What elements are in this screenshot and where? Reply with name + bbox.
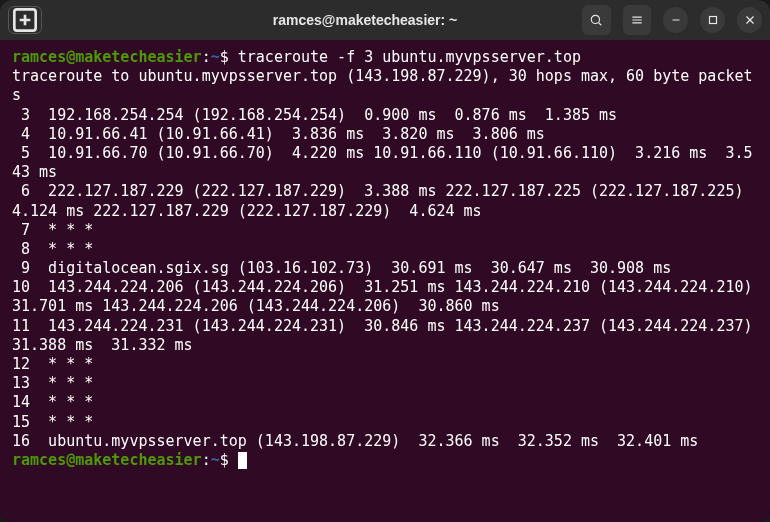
terminal-window: ramces@maketecheasier: ~	[0, 0, 770, 522]
new-tab-button[interactable]	[8, 6, 42, 34]
prompt-user-host: ramces@maketecheasier	[12, 48, 202, 66]
prompt-symbol: $	[220, 48, 229, 66]
prompt-separator: :	[202, 48, 211, 66]
window-title: ramces@maketecheasier: ~	[148, 12, 582, 28]
titlebar: ramces@maketecheasier: ~	[0, 0, 770, 40]
hamburger-icon	[630, 13, 644, 27]
menu-button[interactable]	[623, 5, 652, 35]
prompt-path-2: ~	[211, 451, 220, 469]
close-button[interactable]	[737, 7, 762, 33]
traceroute-hops: 3 192.168.254.254 (192.168.254.254) 0.90…	[12, 106, 770, 450]
maximize-icon	[706, 13, 720, 27]
command-text: traceroute -f 3 ubuntu.myvpsserver.top	[238, 48, 581, 66]
svg-rect-9	[709, 17, 716, 24]
traceroute-header: traceroute to ubuntu.myvpsserver.top (14…	[12, 67, 753, 104]
terminal-body[interactable]: ramces@maketecheasier:~$ traceroute -f 3…	[0, 40, 770, 522]
maximize-button[interactable]	[700, 7, 725, 33]
cursor	[238, 452, 247, 469]
minimize-icon	[669, 13, 683, 27]
prompt-symbol-2: $	[220, 451, 229, 469]
prompt-separator-2: :	[202, 451, 211, 469]
search-icon	[589, 13, 603, 27]
close-icon	[743, 13, 757, 27]
minimize-button[interactable]	[663, 7, 688, 33]
svg-point-3	[592, 15, 600, 23]
prompt-user-host-2: ramces@maketecheasier	[12, 451, 202, 469]
svg-line-4	[599, 22, 602, 25]
new-tab-icon	[9, 4, 41, 36]
search-button[interactable]	[582, 5, 611, 35]
prompt-path: ~	[211, 48, 220, 66]
